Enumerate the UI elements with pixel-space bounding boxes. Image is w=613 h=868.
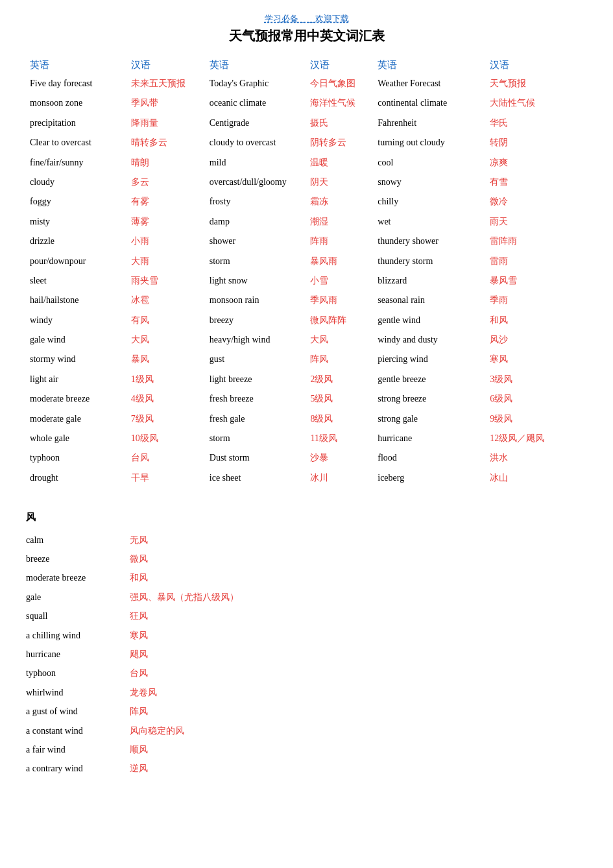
- cell-zh: 晴朗: [127, 153, 206, 173]
- wind-item-en: a constant wind: [26, 721, 130, 740]
- cell-en: Dust storm: [206, 448, 307, 468]
- cell-zh: 未来五天预报: [127, 74, 206, 93]
- table-row: drought干旱ice sheet冰川iceberg冰山: [26, 468, 587, 488]
- cell-zh: 今日气象图: [306, 74, 374, 93]
- cell-zh: 10级风: [127, 429, 206, 448]
- cell-zh: 薄雾: [127, 212, 206, 232]
- cell-en: cloudy: [26, 173, 127, 192]
- wind-item-zh: 无风: [130, 531, 148, 549]
- cell-zh: 大风: [127, 330, 206, 350]
- cell-zh: 6级风: [486, 389, 587, 409]
- cell-en: Today's Graphic: [206, 74, 307, 93]
- vocab-table: 英语 汉语 英语 汉语 英语 汉语 Five day forecast未来五天预…: [26, 56, 587, 488]
- cell-zh: 小雨: [127, 232, 206, 251]
- cell-en: heavy/high wind: [206, 330, 307, 350]
- cell-zh: 霜冻: [306, 192, 374, 211]
- cell-zh: 5级风: [306, 389, 374, 409]
- cell-zh: 微风阵阵: [306, 311, 374, 330]
- cell-en: turning out cloudy: [374, 133, 486, 152]
- cell-en: shower: [206, 232, 307, 251]
- cell-en: cloudy to overcast: [206, 133, 307, 152]
- cell-en: light snow: [206, 271, 307, 291]
- cell-en: windy and dusty: [374, 330, 486, 350]
- table-row: Five day forecast未来五天预报Today's Graphic今日…: [26, 74, 587, 93]
- cell-en: gust: [206, 350, 307, 369]
- wind-item-en: whirlwind: [26, 683, 130, 702]
- wind-item-en: typhoon: [26, 664, 130, 682]
- col-header-zh1: 汉语: [127, 56, 206, 74]
- cell-en: thundery shower: [374, 232, 486, 251]
- cell-zh: 1级风: [127, 370, 206, 389]
- main-title: 天气预报常用中英文词汇表: [26, 27, 587, 45]
- cell-en: blizzard: [374, 271, 486, 291]
- wind-items: calm无风breeze微风moderate breeze和风gale强风、暴风…: [26, 531, 587, 778]
- cell-en: sleet: [26, 271, 127, 291]
- cell-en: typhoon: [26, 448, 127, 468]
- cell-en: pour/downpour: [26, 252, 127, 271]
- wind-item-zh: 龙卷风: [130, 683, 157, 702]
- cell-en: thundery storm: [374, 252, 486, 271]
- cell-zh: 多云: [127, 173, 206, 192]
- cell-zh: 潮湿: [306, 212, 374, 232]
- wind-item: a contrary wind逆风: [26, 759, 587, 778]
- cell-en: hurricane: [374, 429, 486, 448]
- wind-item: whirlwind龙卷风: [26, 683, 587, 702]
- cell-en: moderate breeze: [26, 389, 127, 409]
- wind-item-zh: 狂风: [130, 607, 148, 625]
- cell-en: stormy wind: [26, 350, 127, 369]
- wind-item-zh: 强风、暴风（尤指八级风）: [130, 588, 239, 607]
- cell-en: fresh breeze: [206, 389, 307, 409]
- wind-item-en: moderate breeze: [26, 568, 130, 587]
- cell-zh: 有雪: [486, 173, 587, 192]
- cell-zh: 雷雨: [486, 252, 587, 271]
- cell-zh: 雨天: [486, 212, 587, 232]
- cell-en: drizzle: [26, 232, 127, 251]
- cell-zh: 有雾: [127, 192, 206, 211]
- cell-zh: 小雪: [306, 271, 374, 291]
- cell-en: windy: [26, 311, 127, 330]
- cell-zh: 11级风: [306, 429, 374, 448]
- table-row: pour/downpour大雨storm暴风雨thundery storm雷雨: [26, 252, 587, 271]
- cell-zh: 沙暴: [306, 448, 374, 468]
- cell-zh: 微冷: [486, 192, 587, 211]
- cell-en: frosty: [206, 192, 307, 211]
- cell-en: Five day forecast: [26, 74, 127, 93]
- wind-item: typhoon台风: [26, 664, 587, 682]
- cell-en: mild: [206, 153, 307, 173]
- cell-zh: 季风雨: [306, 291, 374, 310]
- cell-zh: 12级风／飓风: [486, 429, 587, 448]
- cell-zh: 大风: [306, 330, 374, 350]
- cell-en: oceanic climate: [206, 93, 307, 113]
- wind-item: breeze微风: [26, 549, 587, 568]
- cell-zh: 阵雨: [306, 232, 374, 251]
- table-row: Clear to overcast晴转多云cloudy to overcast阴…: [26, 133, 587, 152]
- table-row: foggy有雾frosty霜冻chilly微冷: [26, 192, 587, 211]
- cell-zh: 2级风: [306, 370, 374, 389]
- cell-zh: 季风带: [127, 93, 206, 113]
- cell-zh: 阵风: [306, 350, 374, 369]
- cell-en: iceberg: [374, 468, 486, 488]
- wind-item-zh: 阵风: [130, 702, 148, 721]
- table-row: gale wind大风heavy/high wind大风windy and du…: [26, 330, 587, 350]
- col-header-en3: 英语: [374, 56, 486, 74]
- cell-zh: 8级风: [306, 409, 374, 429]
- cell-en: seasonal rain: [374, 291, 486, 310]
- table-row: sleet雨夹雪light snow小雪blizzard暴风雪: [26, 271, 587, 291]
- wind-section: 风 calm无风breeze微风moderate breeze和风gale强风、…: [26, 507, 587, 778]
- cell-en: gentle breeze: [374, 370, 486, 389]
- table-row: typhoon台风Dust storm沙暴flood洪水: [26, 448, 587, 468]
- cell-en: whole gale: [26, 429, 127, 448]
- wind-item-en: hurricane: [26, 645, 130, 664]
- wind-item: calm无风: [26, 531, 587, 549]
- table-row: stormy wind暴风gust阵风piercing wind寒风: [26, 350, 587, 369]
- cell-en: hail/hailstone: [26, 291, 127, 310]
- cell-en: storm: [206, 252, 307, 271]
- cell-en: damp: [206, 212, 307, 232]
- table-row: moderate breeze4级风fresh breeze5级风strong …: [26, 389, 587, 409]
- wind-item-en: a chilling wind: [26, 626, 130, 645]
- wind-item: a chilling wind寒风: [26, 626, 587, 645]
- cell-zh: 降雨量: [127, 114, 206, 133]
- cell-zh: 冰雹: [127, 291, 206, 310]
- wind-item-zh: 飓风: [130, 645, 148, 664]
- col-header-en2: 英语: [206, 56, 307, 74]
